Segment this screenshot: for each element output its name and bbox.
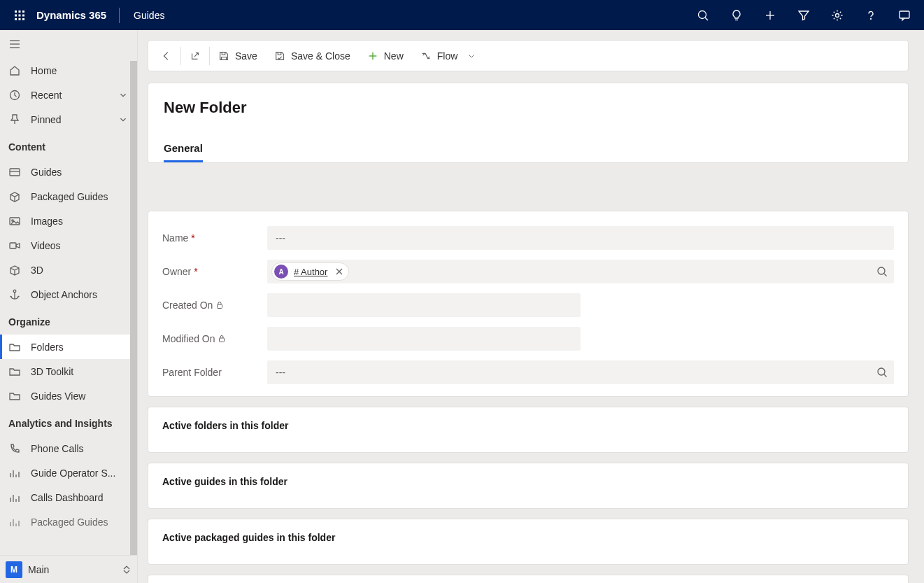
- svg-rect-1: [19, 10, 21, 13]
- section-title: Active guides in this folder: [162, 476, 894, 487]
- gear-icon[interactable]: [820, 0, 854, 30]
- nav-label: Guide Operator S...: [31, 468, 129, 479]
- save-and-close-button[interactable]: Save & Close: [266, 41, 359, 71]
- save-button[interactable]: Save: [210, 41, 266, 71]
- nav-3d[interactable]: 3D: [0, 258, 137, 282]
- nav-home[interactable]: Home: [0, 58, 137, 83]
- image-icon: [8, 215, 21, 227]
- nav-images[interactable]: Images: [0, 209, 137, 233]
- owner-chip[interactable]: A # Author: [271, 262, 349, 281]
- nav-videos[interactable]: Videos: [0, 233, 137, 258]
- nav-calls-dashboard[interactable]: Calls Dashboard: [0, 485, 137, 510]
- phone-icon: [8, 442, 21, 455]
- app-launcher-icon[interactable]: [3, 0, 36, 30]
- global-header: Dynamics 365 Guides: [0, 0, 924, 30]
- group-analytics-header: Analytics and Insights: [0, 408, 137, 436]
- lightbulb-icon[interactable]: [720, 0, 753, 30]
- search-icon[interactable]: [876, 366, 888, 379]
- nav-label: 3D: [31, 265, 129, 276]
- chat-icon[interactable]: [888, 0, 921, 30]
- back-button[interactable]: [152, 41, 180, 71]
- form-header: New Folder General: [148, 83, 909, 163]
- filter-icon[interactable]: [787, 0, 820, 30]
- search-icon[interactable]: [686, 0, 720, 30]
- nav-label: Folders: [31, 342, 129, 353]
- remove-chip-icon[interactable]: [334, 267, 344, 276]
- nav-pinned[interactable]: Pinned: [0, 107, 137, 132]
- name-input[interactable]: [267, 226, 894, 250]
- svg-rect-5: [22, 14, 24, 16]
- general-form-section: Name* Owner* A # Author: [148, 211, 909, 397]
- created-on-input: [267, 293, 581, 317]
- nav-collapse-button[interactable]: [0, 30, 137, 58]
- group-content-header: Content: [0, 132, 137, 160]
- nav-guides-view[interactable]: Guides View: [0, 384, 137, 408]
- created-on-label: Created On: [162, 300, 267, 311]
- nav-label: Images: [31, 216, 129, 227]
- nav-packaged-guides[interactable]: Packaged Guides: [0, 184, 137, 209]
- clock-icon: [8, 89, 21, 101]
- flow-button[interactable]: Flow: [412, 41, 485, 71]
- chart-icon: [8, 491, 21, 504]
- section-title: Active folders in this folder: [162, 420, 894, 431]
- section-active-packaged-guides: Active packaged guides in this folder: [148, 519, 909, 565]
- label-text: Created On: [162, 300, 213, 311]
- nav-label: Videos: [31, 240, 129, 251]
- nav-folders[interactable]: Folders: [0, 335, 137, 359]
- app-name[interactable]: Guides: [122, 10, 164, 21]
- svg-rect-32: [220, 338, 225, 342]
- nav-label: Object Anchors: [31, 289, 129, 300]
- tab-general[interactable]: General: [164, 142, 203, 162]
- video-icon: [8, 239, 21, 252]
- new-button[interactable]: New: [359, 41, 412, 71]
- folder-icon: [8, 365, 21, 378]
- parent-folder-lookup[interactable]: ---: [267, 360, 894, 384]
- plus-icon[interactable]: [753, 0, 787, 30]
- main-area: Save Save & Close New Flow New Folder Ge…: [138, 30, 924, 583]
- chart-icon: [8, 516, 21, 528]
- nav-guides[interactable]: Guides: [0, 160, 137, 184]
- modified-on-input: [267, 327, 581, 351]
- product-brand[interactable]: Dynamics 365: [36, 9, 119, 21]
- nav-object-anchors[interactable]: Object Anchors: [0, 282, 137, 307]
- nav-3d-toolkit[interactable]: 3D Toolkit: [0, 359, 137, 384]
- nav-label: Guides View: [31, 391, 129, 402]
- nav-packaged-guides-analytics[interactable]: Packaged Guides: [0, 510, 137, 534]
- content-scroll[interactable]: Name* Owner* A # Author: [148, 169, 920, 583]
- page-title: New Folder: [164, 99, 893, 117]
- avatar: A: [274, 265, 288, 279]
- section-title: Active packaged guides in this folder: [162, 532, 894, 543]
- owner-chip-text[interactable]: # Author: [294, 267, 327, 277]
- svg-point-14: [836, 13, 839, 17]
- svg-rect-8: [22, 18, 24, 20]
- nav-label: Guides: [31, 167, 129, 178]
- label-text: Modified On: [162, 333, 215, 344]
- folder-icon: [8, 341, 21, 353]
- svg-line-34: [884, 374, 887, 377]
- nav-label: Phone Calls: [31, 443, 129, 454]
- name-label: Name*: [162, 232, 267, 244]
- label-text: Owner: [162, 266, 191, 277]
- label-text: Name: [162, 232, 188, 244]
- svg-point-24: [12, 219, 13, 220]
- lock-icon: [218, 335, 226, 343]
- svg-rect-4: [19, 14, 21, 16]
- sidebar-scrollbar[interactable]: [130, 61, 137, 555]
- svg-rect-25: [10, 243, 16, 248]
- help-icon[interactable]: [854, 0, 888, 30]
- header-divider: [119, 8, 120, 23]
- search-icon[interactable]: [876, 265, 888, 278]
- svg-point-33: [878, 368, 885, 375]
- nav-recent[interactable]: Recent: [0, 83, 137, 107]
- svg-line-10: [705, 17, 708, 20]
- popout-button[interactable]: [181, 41, 209, 71]
- owner-lookup[interactable]: A # Author: [267, 260, 894, 283]
- svg-rect-2: [22, 10, 24, 13]
- nav-guide-operator-sessions[interactable]: Guide Operator S...: [0, 461, 137, 485]
- area-switcher[interactable]: M Main: [0, 555, 137, 583]
- home-icon: [8, 64, 21, 77]
- svg-point-26: [13, 290, 16, 293]
- nav-phone-calls[interactable]: Phone Calls: [0, 436, 137, 461]
- command-bar: Save Save & Close New Flow: [148, 40, 909, 71]
- nav-home-label: Home: [31, 65, 129, 76]
